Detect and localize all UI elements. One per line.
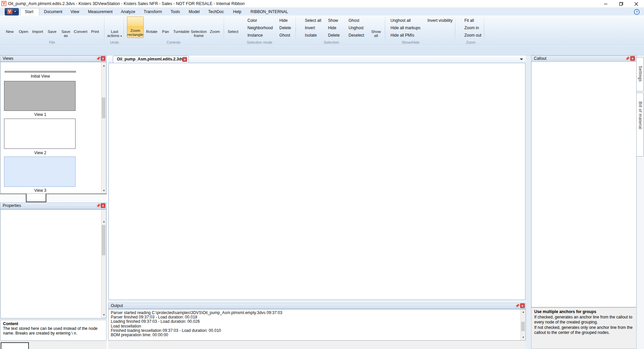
svg-text:?: ? bbox=[636, 10, 638, 14]
